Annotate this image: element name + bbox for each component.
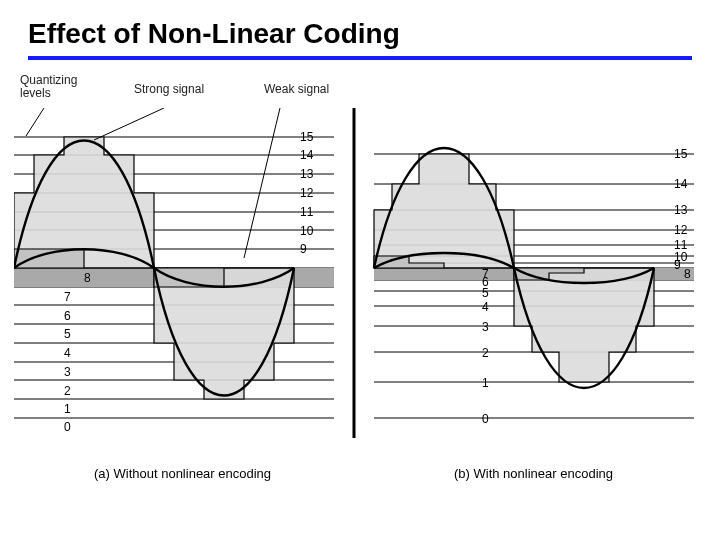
svg-text:0: 0 <box>482 412 489 426</box>
label-strong: Strong signal <box>134 82 204 96</box>
svg-text:6: 6 <box>64 309 71 323</box>
svg-text:10: 10 <box>300 224 314 238</box>
svg-text:12: 12 <box>300 186 314 200</box>
svg-text:12: 12 <box>674 223 688 237</box>
label-weak: Weak signal <box>264 82 329 96</box>
caption-b: (b) With nonlinear encoding <box>454 466 613 481</box>
svg-text:1: 1 <box>482 376 489 390</box>
svg-text:13: 13 <box>674 203 688 217</box>
svg-text:14: 14 <box>300 148 314 162</box>
svg-text:9: 9 <box>300 242 307 256</box>
title-underline <box>28 56 692 60</box>
svg-text:8: 8 <box>684 267 691 281</box>
svg-text:15: 15 <box>674 147 688 161</box>
svg-text:4: 4 <box>482 300 489 314</box>
svg-text:3: 3 <box>64 365 71 379</box>
svg-text:4: 4 <box>64 346 71 360</box>
svg-text:2: 2 <box>64 384 71 398</box>
annotation-layer: Quantizing levels Strong signal Weak sig… <box>14 74 706 108</box>
svg-text:3: 3 <box>482 320 489 334</box>
svg-text:9: 9 <box>674 258 681 272</box>
leader-strong <box>94 108 164 140</box>
label-quantizing: Quantizing levels <box>20 74 77 100</box>
page-title: Effect of Non-Linear Coding <box>0 0 720 56</box>
svg-text:5: 5 <box>64 327 71 341</box>
caption-a: (a) Without nonlinear encoding <box>94 466 271 481</box>
leader-q <box>26 108 44 136</box>
leader-weak <box>244 108 280 258</box>
svg-text:13: 13 <box>300 167 314 181</box>
svg-text:15: 15 <box>300 130 314 144</box>
svg-text:2: 2 <box>482 346 489 360</box>
svg-text:11: 11 <box>300 205 314 219</box>
svg-text:5: 5 <box>482 286 489 300</box>
figure: Quantizing levels Strong signal Weak sig… <box>14 74 706 508</box>
svg-text:7: 7 <box>64 290 71 304</box>
svg-text:14: 14 <box>674 177 688 191</box>
svg-text:0: 0 <box>64 420 71 434</box>
svg-text:1: 1 <box>64 402 71 416</box>
svg-text:8: 8 <box>84 271 91 285</box>
diagram-svg: 151413 121110 98 765 432 10 <box>14 108 706 508</box>
